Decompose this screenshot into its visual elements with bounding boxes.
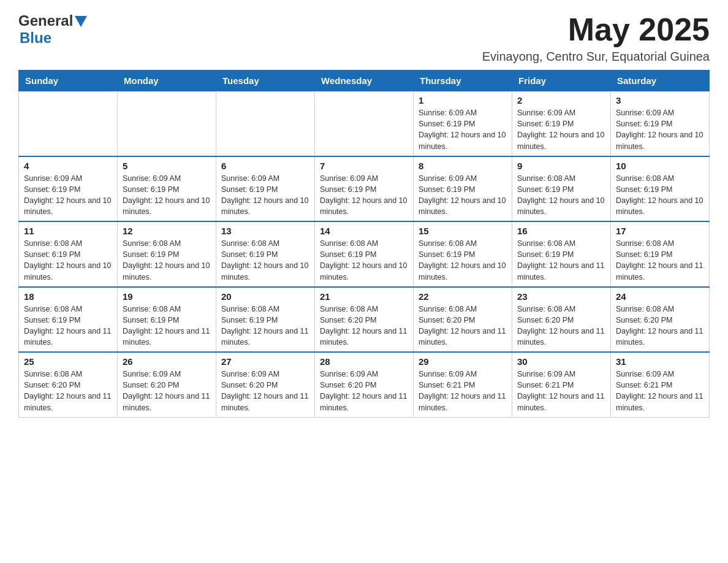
- calendar-day-header: Saturday: [611, 71, 710, 91]
- calendar-day-cell: 11Sunrise: 6:08 AM Sunset: 6:19 PM Dayli…: [19, 221, 118, 287]
- calendar-day-cell: 6Sunrise: 6:09 AM Sunset: 6:19 PM Daylig…: [216, 156, 315, 222]
- calendar-day-cell: 24Sunrise: 6:08 AM Sunset: 6:20 PM Dayli…: [611, 287, 710, 353]
- day-info: Sunrise: 6:08 AM Sunset: 6:19 PM Dayligh…: [320, 238, 408, 283]
- calendar-day-header: Sunday: [19, 71, 118, 91]
- day-number: 23: [517, 291, 605, 302]
- calendar-day-cell: 5Sunrise: 6:09 AM Sunset: 6:19 PM Daylig…: [118, 156, 216, 222]
- day-info: Sunrise: 6:08 AM Sunset: 6:20 PM Dayligh…: [517, 304, 605, 348]
- calendar-day-header: Friday: [512, 71, 611, 91]
- day-info: Sunrise: 6:08 AM Sunset: 6:19 PM Dayligh…: [517, 173, 605, 218]
- day-number: 16: [517, 226, 605, 236]
- day-info: Sunrise: 6:08 AM Sunset: 6:19 PM Dayligh…: [123, 238, 211, 283]
- calendar-day-cell: 18Sunrise: 6:08 AM Sunset: 6:19 PM Dayli…: [19, 287, 118, 353]
- day-number: 19: [123, 291, 211, 302]
- calendar-day-cell: 22Sunrise: 6:08 AM Sunset: 6:20 PM Dayli…: [414, 287, 512, 353]
- day-info: Sunrise: 6:08 AM Sunset: 6:19 PM Dayligh…: [221, 238, 309, 283]
- calendar-week-row: 25Sunrise: 6:08 AM Sunset: 6:20 PM Dayli…: [19, 352, 710, 417]
- day-info: Sunrise: 6:08 AM Sunset: 6:19 PM Dayligh…: [221, 304, 309, 348]
- calendar-day-cell: 20Sunrise: 6:08 AM Sunset: 6:19 PM Dayli…: [216, 287, 315, 353]
- day-number: 3: [616, 95, 704, 105]
- day-info: Sunrise: 6:09 AM Sunset: 6:21 PM Dayligh…: [419, 369, 507, 413]
- day-number: 5: [123, 161, 211, 171]
- day-number: 25: [24, 356, 112, 367]
- day-number: 1: [419, 95, 507, 105]
- page-header: General Blue May 2025 Evinayong, Centro …: [18, 12, 710, 64]
- logo-arrow-icon: [75, 16, 87, 29]
- calendar-day-cell: 29Sunrise: 6:09 AM Sunset: 6:21 PM Dayli…: [414, 352, 512, 417]
- calendar-day-cell: 10Sunrise: 6:08 AM Sunset: 6:19 PM Dayli…: [611, 156, 710, 222]
- day-info: Sunrise: 6:09 AM Sunset: 6:19 PM Dayligh…: [123, 173, 211, 218]
- day-number: 7: [320, 161, 408, 171]
- day-info: Sunrise: 6:08 AM Sunset: 6:19 PM Dayligh…: [616, 238, 704, 283]
- day-number: 11: [24, 226, 112, 236]
- calendar-day-cell: [216, 91, 315, 156]
- day-info: Sunrise: 6:09 AM Sunset: 6:19 PM Dayligh…: [24, 173, 112, 218]
- calendar-week-row: 4Sunrise: 6:09 AM Sunset: 6:19 PM Daylig…: [19, 156, 710, 222]
- calendar-day-cell: 13Sunrise: 6:08 AM Sunset: 6:19 PM Dayli…: [216, 221, 315, 287]
- day-info: Sunrise: 6:09 AM Sunset: 6:19 PM Dayligh…: [616, 107, 704, 152]
- calendar-day-cell: 28Sunrise: 6:09 AM Sunset: 6:20 PM Dayli…: [315, 352, 414, 417]
- calendar-day-cell: 3Sunrise: 6:09 AM Sunset: 6:19 PM Daylig…: [611, 91, 710, 156]
- day-info: Sunrise: 6:09 AM Sunset: 6:20 PM Dayligh…: [320, 369, 408, 413]
- calendar-day-cell: 8Sunrise: 6:09 AM Sunset: 6:19 PM Daylig…: [414, 156, 512, 222]
- calendar-day-header: Thursday: [414, 71, 512, 91]
- day-info: Sunrise: 6:08 AM Sunset: 6:20 PM Dayligh…: [320, 304, 408, 348]
- day-number: 6: [221, 161, 309, 171]
- day-number: 29: [419, 356, 507, 367]
- day-number: 8: [419, 161, 507, 171]
- day-number: 22: [419, 291, 507, 302]
- day-info: Sunrise: 6:08 AM Sunset: 6:20 PM Dayligh…: [616, 304, 704, 348]
- day-number: 26: [123, 356, 211, 367]
- day-info: Sunrise: 6:09 AM Sunset: 6:21 PM Dayligh…: [616, 369, 704, 413]
- calendar-day-cell: 2Sunrise: 6:09 AM Sunset: 6:19 PM Daylig…: [512, 91, 611, 156]
- day-info: Sunrise: 6:08 AM Sunset: 6:19 PM Dayligh…: [24, 238, 112, 283]
- calendar-day-cell: 27Sunrise: 6:09 AM Sunset: 6:20 PM Dayli…: [216, 352, 315, 417]
- day-info: Sunrise: 6:09 AM Sunset: 6:20 PM Dayligh…: [221, 369, 309, 413]
- calendar-day-cell: [118, 91, 216, 156]
- calendar-week-row: 1Sunrise: 6:09 AM Sunset: 6:19 PM Daylig…: [19, 91, 710, 156]
- calendar-header-row: SundayMondayTuesdayWednesdayThursdayFrid…: [19, 71, 710, 91]
- day-number: 28: [320, 356, 408, 367]
- calendar-day-cell: 4Sunrise: 6:09 AM Sunset: 6:19 PM Daylig…: [19, 156, 118, 222]
- calendar-day-cell: 25Sunrise: 6:08 AM Sunset: 6:20 PM Dayli…: [19, 352, 118, 417]
- day-number: 4: [24, 161, 112, 171]
- calendar-day-header: Wednesday: [315, 71, 414, 91]
- day-info: Sunrise: 6:08 AM Sunset: 6:19 PM Dayligh…: [517, 238, 605, 283]
- day-number: 24: [616, 291, 704, 302]
- calendar-day-cell: 7Sunrise: 6:09 AM Sunset: 6:19 PM Daylig…: [315, 156, 414, 222]
- calendar-day-cell: 23Sunrise: 6:08 AM Sunset: 6:20 PM Dayli…: [512, 287, 611, 353]
- calendar-day-cell: 21Sunrise: 6:08 AM Sunset: 6:20 PM Dayli…: [315, 287, 414, 353]
- calendar-day-cell: 16Sunrise: 6:08 AM Sunset: 6:19 PM Dayli…: [512, 221, 611, 287]
- calendar-day-cell: 30Sunrise: 6:09 AM Sunset: 6:21 PM Dayli…: [512, 352, 611, 417]
- calendar-day-cell: 31Sunrise: 6:09 AM Sunset: 6:21 PM Dayli…: [611, 352, 710, 417]
- day-number: 2: [517, 95, 605, 105]
- day-info: Sunrise: 6:09 AM Sunset: 6:19 PM Dayligh…: [320, 173, 408, 218]
- day-number: 17: [616, 226, 704, 236]
- calendar-day-cell: 9Sunrise: 6:08 AM Sunset: 6:19 PM Daylig…: [512, 156, 611, 222]
- day-number: 31: [616, 356, 704, 367]
- day-number: 14: [320, 226, 408, 236]
- calendar-day-cell: 15Sunrise: 6:08 AM Sunset: 6:19 PM Dayli…: [414, 221, 512, 287]
- calendar-day-cell: 14Sunrise: 6:08 AM Sunset: 6:19 PM Dayli…: [315, 221, 414, 287]
- day-number: 18: [24, 291, 112, 302]
- day-info: Sunrise: 6:08 AM Sunset: 6:20 PM Dayligh…: [24, 369, 112, 413]
- day-info: Sunrise: 6:09 AM Sunset: 6:20 PM Dayligh…: [123, 369, 211, 413]
- day-number: 20: [221, 291, 309, 302]
- logo-general-text: General: [18, 12, 73, 29]
- title-block: May 2025 Evinayong, Centro Sur, Equatori…: [482, 12, 710, 64]
- calendar-day-cell: 1Sunrise: 6:09 AM Sunset: 6:19 PM Daylig…: [414, 91, 512, 156]
- calendar-week-row: 18Sunrise: 6:08 AM Sunset: 6:19 PM Dayli…: [19, 287, 710, 353]
- day-number: 10: [616, 161, 704, 171]
- day-info: Sunrise: 6:08 AM Sunset: 6:19 PM Dayligh…: [24, 304, 112, 348]
- day-number: 27: [221, 356, 309, 367]
- day-number: 12: [123, 226, 211, 236]
- day-info: Sunrise: 6:09 AM Sunset: 6:19 PM Dayligh…: [221, 173, 309, 218]
- day-number: 9: [517, 161, 605, 171]
- day-info: Sunrise: 6:08 AM Sunset: 6:19 PM Dayligh…: [616, 173, 704, 218]
- calendar-day-cell: 19Sunrise: 6:08 AM Sunset: 6:19 PM Dayli…: [118, 287, 216, 353]
- calendar-table: SundayMondayTuesdayWednesdayThursdayFrid…: [18, 70, 710, 418]
- calendar-day-header: Monday: [118, 71, 216, 91]
- svg-marker-0: [75, 16, 87, 27]
- calendar-week-row: 11Sunrise: 6:08 AM Sunset: 6:19 PM Dayli…: [19, 221, 710, 287]
- day-info: Sunrise: 6:08 AM Sunset: 6:19 PM Dayligh…: [123, 304, 211, 348]
